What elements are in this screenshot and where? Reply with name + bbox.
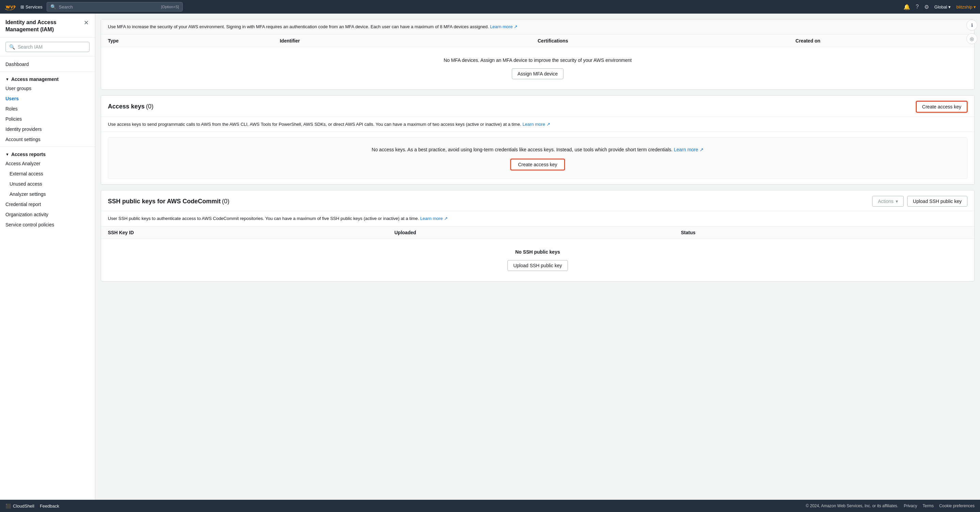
actions-label: Actions <box>878 198 894 204</box>
sidebar-item-unused-access[interactable]: Unused access <box>0 179 95 189</box>
sidebar-item-credential-report[interactable]: Credential report <box>0 199 95 209</box>
search-shortcut: [Option+S] <box>161 5 179 9</box>
sidebar-item-account-settings[interactable]: Account settings <box>0 134 95 144</box>
create-access-key-button-center[interactable]: Create access key <box>511 159 565 170</box>
sidebar-header: Identity and Access Management (IAM) ✕ <box>0 14 95 38</box>
cloudshell-label: CloudShell <box>13 504 34 509</box>
help-icon[interactable]: ? <box>916 4 919 10</box>
ssh-actions-button[interactable]: Actions ▾ <box>872 196 904 207</box>
cloudshell-icon: ⬛ <box>5 504 11 509</box>
external-link-icon: ↗ <box>514 24 517 29</box>
sidebar: Identity and Access Management (IAM) ✕ 🔍… <box>0 14 95 500</box>
bottom-bar: ⬛ CloudShell Feedback © 2024, Amazon Web… <box>0 500 980 512</box>
chevron-down-icon-access: ▼ <box>5 77 9 81</box>
services-menu[interactable]: ⊞ Services <box>21 5 43 10</box>
sidebar-section-access-management[interactable]: ▼ Access management <box>0 74 95 83</box>
access-keys-learn-more-link[interactable]: Learn more ↗ <box>522 122 550 127</box>
copyright-text: © 2024, Amazon Web Services, Inc. or its… <box>806 504 898 508</box>
privacy-link[interactable]: Privacy <box>904 504 917 508</box>
nav-icons: 🔔 ? ⚙ Global ▾ blitzship ▾ <box>904 4 976 10</box>
settings-icon[interactable]: ⚙ <box>924 4 929 10</box>
access-keys-desc-text: Use access keys to send programmatic cal… <box>108 122 521 127</box>
ssh-table-header: SSH Key ID Uploaded Status <box>101 227 974 239</box>
info-icon-right[interactable]: ℹ <box>966 20 977 30</box>
access-management-label: Access management <box>11 76 59 82</box>
no-keys-external-icon: ↗ <box>700 147 704 152</box>
services-label: Services <box>25 5 43 10</box>
sidebar-search-container: 🔍 <box>0 38 95 56</box>
grid-icon: ⊞ <box>21 5 24 10</box>
chevron-down-icon: ▾ <box>948 5 951 10</box>
access-keys-header: Access keys (0) Create access key <box>101 95 974 117</box>
right-info-panel: ℹ ◎ <box>964 17 980 47</box>
ssh-learn-more-link[interactable]: Learn more ↗ <box>420 216 448 221</box>
chevron-down-icon-account: ▾ <box>974 5 976 10</box>
feedback-button[interactable]: Feedback <box>40 504 59 509</box>
mfa-empty-state: No MFA devices. Assign an MFA device to … <box>101 47 974 89</box>
sidebar-nav: Dashboard ▼ Access management User group… <box>0 56 95 500</box>
ssh-title: SSH public keys for AWS CodeCommit <box>108 198 221 204</box>
access-keys-description: Use access keys to send programmatic cal… <box>101 117 974 132</box>
global-search[interactable]: 🔍 [Option+S] <box>47 2 183 11</box>
sidebar-item-analyzer-settings[interactable]: Analyzer settings <box>0 189 95 199</box>
page-content: Use MFA to increase the security of your… <box>95 19 980 282</box>
sidebar-item-policies[interactable]: Policies <box>0 114 95 124</box>
feedback-label: Feedback <box>40 504 59 509</box>
ssh-actions: Actions ▾ Upload SSH public key <box>872 196 967 207</box>
upload-ssh-key-button-top[interactable]: Upload SSH public key <box>907 196 967 207</box>
create-access-key-button-top[interactable]: Create access key <box>916 101 967 113</box>
sidebar-title: Identity and Access Management (IAM) <box>5 19 83 33</box>
sidebar-item-user-groups[interactable]: User groups <box>0 83 95 94</box>
access-keys-count: (0) <box>146 103 153 110</box>
region-selector[interactable]: Global ▾ <box>934 5 951 10</box>
mfa-empty-message: No MFA devices. Assign an MFA device to … <box>108 57 967 63</box>
mfa-col-created-on: Created on <box>795 38 967 43</box>
mfa-learn-more-link[interactable]: Learn more ↗ <box>490 24 517 29</box>
account-label: blitzship <box>956 5 972 10</box>
sidebar-section-access-reports[interactable]: ▼ Access reports <box>0 149 95 159</box>
sidebar-search-icon: 🔍 <box>9 44 15 50</box>
footer-links: Privacy Terms Cookie preferences <box>904 504 975 508</box>
ssh-empty-message: No SSH public keys <box>108 249 967 255</box>
chevron-down-icon-reports: ▼ <box>5 152 9 156</box>
sidebar-item-dashboard[interactable]: Dashboard <box>0 59 95 69</box>
sidebar-item-organization-activity[interactable]: Organization activity <box>0 209 95 220</box>
sidebar-item-identity-providers[interactable]: Identity providers <box>0 124 95 134</box>
ssh-col-uploaded: Uploaded <box>395 230 681 235</box>
ssh-section: SSH public keys for AWS CodeCommit (0) A… <box>101 190 975 282</box>
ssh-col-status: Status <box>681 230 967 235</box>
search-input[interactable] <box>59 5 159 10</box>
assign-mfa-device-button[interactable]: Assign MFA device <box>512 68 563 79</box>
sidebar-item-access-analyzer[interactable]: Access Analyzer <box>0 159 95 169</box>
terms-link[interactable]: Terms <box>923 504 934 508</box>
cookie-preferences-link[interactable]: Cookie preferences <box>939 504 975 508</box>
ssh-count: (0) <box>222 198 229 204</box>
cloudshell-button[interactable]: ⬛ CloudShell <box>5 504 34 509</box>
aws-logo[interactable] <box>4 3 16 11</box>
search-icon: 🔍 <box>50 4 56 10</box>
account-menu[interactable]: blitzship ▾ <box>956 5 976 10</box>
access-keys-title-container: Access keys (0) <box>108 103 153 110</box>
ssh-title-container: SSH public keys for AWS CodeCommit (0) <box>108 198 229 205</box>
sidebar-item-service-control-policies[interactable]: Service control policies <box>0 220 95 230</box>
ssh-desc-text: User SSH public keys to authenticate acc… <box>108 216 419 221</box>
access-keys-title: Access keys <box>108 103 145 110</box>
mfa-table-header: Type Identifier Certifications Created o… <box>101 35 974 47</box>
ssh-empty-state: No SSH public keys Upload SSH public key <box>101 239 974 281</box>
sidebar-item-users[interactable]: Users <box>0 94 95 104</box>
no-keys-learn-more-link[interactable]: Learn more ↗ <box>674 147 703 152</box>
mfa-col-type: Type <box>108 38 280 43</box>
top-navigation: ⊞ Services 🔍 [Option+S] 🔔 ? ⚙ Global ▾ b… <box>0 0 980 14</box>
sidebar-item-external-access[interactable]: External access <box>0 169 95 179</box>
no-keys-text: No access keys. As a best practice, avoi… <box>115 146 960 153</box>
mfa-section: Use MFA to increase the security of your… <box>101 19 975 90</box>
ssh-col-key-id: SSH Key ID <box>108 230 395 235</box>
sidebar-item-roles[interactable]: Roles <box>0 104 95 114</box>
mfa-col-identifier: Identifier <box>280 38 538 43</box>
notification-icon[interactable]: 🔔 <box>904 4 910 10</box>
sidebar-search-input[interactable] <box>18 44 86 50</box>
mfa-info-bar: Use MFA to increase the security of your… <box>101 19 974 35</box>
sidebar-close-button[interactable]: ✕ <box>83 19 89 27</box>
location-icon-right[interactable]: ◎ <box>966 33 977 44</box>
upload-ssh-key-button-center[interactable]: Upload SSH public key <box>508 260 568 271</box>
